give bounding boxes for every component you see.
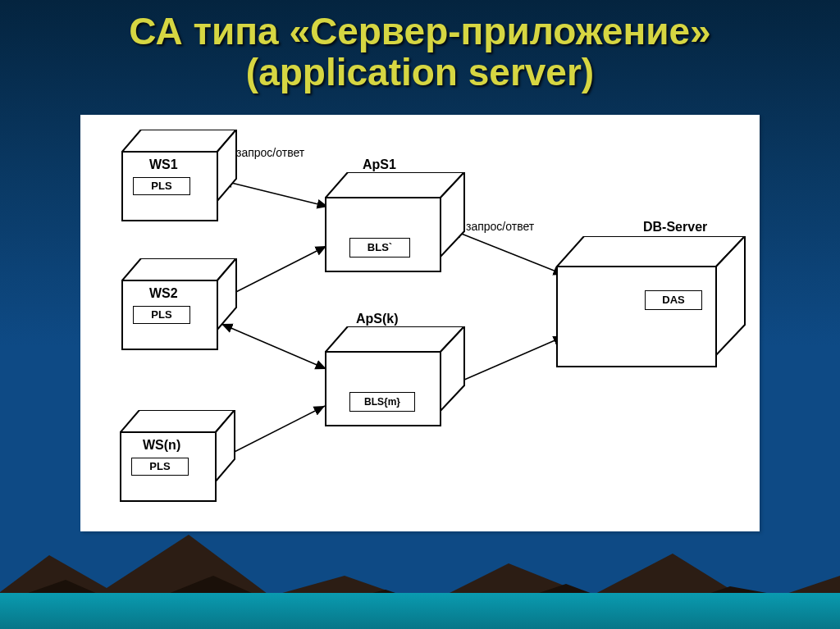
node-wsn: WS(n) PLS xyxy=(120,410,235,502)
node-wsn-box: PLS xyxy=(131,458,189,476)
node-aps1-box: BLS` xyxy=(349,238,410,258)
node-apsk-label: ApS(k) xyxy=(356,312,399,326)
svg-marker-17 xyxy=(440,326,464,412)
node-db: DB-Server DAS xyxy=(556,220,745,367)
svg-line-6 xyxy=(451,230,564,275)
node-ws2-box: PLS xyxy=(133,306,190,324)
node-ws1-label: WS1 xyxy=(149,157,178,172)
title-line-2: (application server) xyxy=(246,51,594,93)
svg-marker-13 xyxy=(215,410,235,482)
node-aps1-label: ApS1 xyxy=(363,157,396,172)
node-db-label: DB-Server xyxy=(643,220,707,235)
node-ws2: WS2 PLS xyxy=(121,258,236,350)
node-db-box: DAS xyxy=(645,290,702,310)
node-wsn-label: WS(n) xyxy=(143,438,180,453)
node-apsk-box: BLS{m} xyxy=(349,392,415,412)
svg-line-7 xyxy=(451,336,564,385)
annotation-req-resp-2: запрос/ответ xyxy=(466,220,534,233)
slide: СА типа «Сервер-приложение» (application… xyxy=(0,0,840,629)
node-apsk: ApS(k) BLS{m} xyxy=(325,312,464,426)
title-line-1: СА типа «Сервер-приложение» xyxy=(129,10,710,52)
svg-marker-19 xyxy=(715,236,745,356)
annotation-req-resp-1: запрос/ответ xyxy=(236,146,304,159)
svg-marker-15 xyxy=(440,172,464,258)
node-ws2-label: WS2 xyxy=(149,286,178,301)
node-aps1: ApS1 BLS` xyxy=(325,157,464,272)
diagram-panel: запрос/ответ запрос/ответ WS1 PLS WS2 PL… xyxy=(80,115,760,531)
slide-title: СА типа «Сервер-приложение» (application… xyxy=(0,11,840,93)
svg-marker-9 xyxy=(217,130,236,202)
svg-marker-11 xyxy=(217,258,236,330)
node-ws1-box: PLS xyxy=(133,177,190,195)
node-ws1: WS1 PLS xyxy=(121,130,236,221)
